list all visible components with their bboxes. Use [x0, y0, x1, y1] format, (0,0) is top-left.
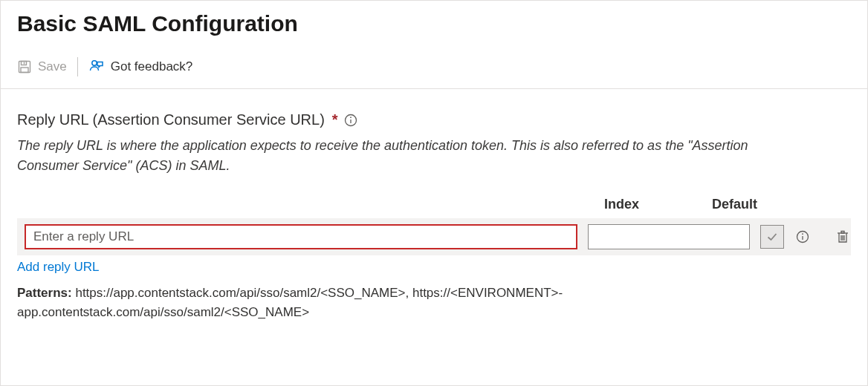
- patterns-value: https://app.contentstack.com/api/sso/sam…: [17, 286, 563, 319]
- info-icon[interactable]: [344, 114, 357, 127]
- index-input[interactable]: [588, 224, 750, 249]
- reply-url-input[interactable]: [25, 224, 577, 249]
- section-description: The reply URL is where the application e…: [17, 136, 760, 176]
- patterns-text: Patterns: https://app.contentstack.com/a…: [17, 284, 686, 321]
- page-title: Basic SAML Configuration: [17, 11, 851, 36]
- section-heading: Reply URL (Assertion Consumer Service UR…: [17, 111, 851, 128]
- toolbar: Save Got feedback?: [17, 57, 851, 88]
- svg-rect-3: [21, 68, 28, 73]
- save-button[interactable]: Save: [17, 59, 67, 74]
- toolbar-separator: [77, 57, 78, 76]
- feedback-button[interactable]: Got feedback?: [88, 59, 193, 75]
- save-button-label: Save: [38, 59, 67, 74]
- column-headers: Index Default: [17, 197, 851, 212]
- svg-point-7: [350, 117, 352, 118]
- default-checkbox[interactable]: [760, 225, 784, 249]
- column-header-default: Default: [693, 197, 801, 212]
- section-heading-text: Reply URL (Assertion Consumer Service UR…: [17, 111, 325, 128]
- delete-row-button[interactable]: [832, 229, 854, 244]
- feedback-button-label: Got feedback?: [111, 59, 193, 74]
- column-header-index: Index: [582, 197, 693, 212]
- save-icon: [17, 59, 32, 74]
- basic-saml-config-panel: Basic SAML Configuration Save: [0, 0, 868, 386]
- reply-url-row: [17, 218, 851, 255]
- row-info-icon[interactable]: [794, 230, 811, 243]
- patterns-label: Patterns:: [17, 286, 72, 300]
- toolbar-divider: [1, 88, 867, 89]
- reply-url-section: Reply URL (Assertion Consumer Service UR…: [17, 111, 851, 321]
- required-indicator: *: [332, 111, 338, 128]
- add-reply-url-link[interactable]: Add reply URL: [17, 260, 100, 275]
- feedback-icon: [88, 59, 105, 75]
- svg-point-10: [802, 233, 803, 235]
- svg-point-4: [92, 61, 97, 65]
